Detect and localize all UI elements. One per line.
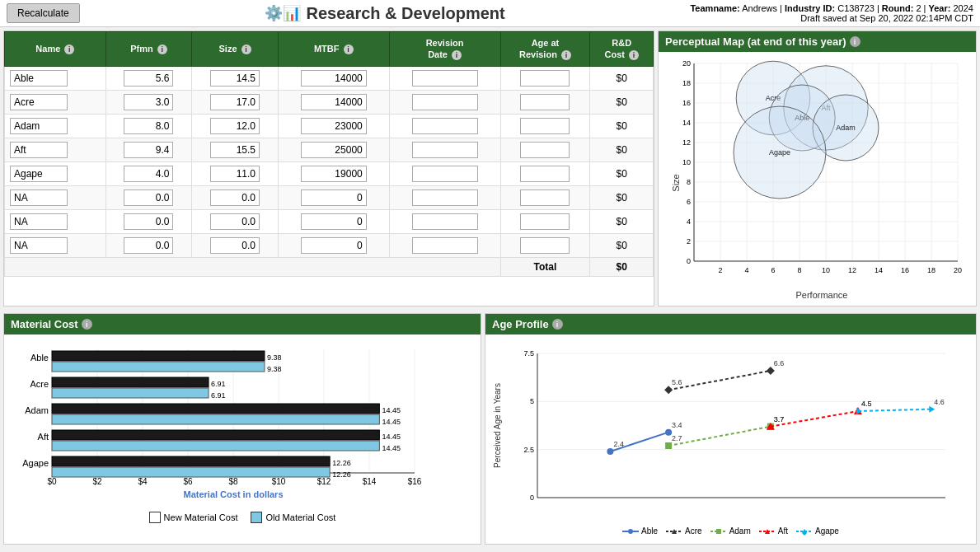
name-input-1[interactable] — [10, 94, 68, 110]
table-row: $0 — [5, 185, 654, 209]
mtbf-input-4[interactable] — [301, 166, 367, 182]
size-input-2[interactable] — [210, 118, 260, 134]
name-input-0[interactable] — [10, 70, 68, 87]
svg-text:Able: Able — [30, 353, 49, 363]
revdate-input-0[interactable] — [412, 70, 478, 87]
pfmn-input-4[interactable] — [124, 166, 173, 182]
ageatrev-input-7[interactable] — [520, 237, 570, 254]
material-cost-info-icon[interactable]: i — [82, 319, 92, 330]
mtbf-input-5[interactable] — [301, 189, 367, 206]
ageatrev-input-4[interactable] — [520, 166, 570, 182]
table-row: $0 — [5, 209, 654, 233]
revdate-input-5[interactable] — [412, 189, 478, 206]
perceptual-map-panel: Perceptual Map (at end of this year) i 2… — [658, 30, 977, 306]
pfmn-info-icon[interactable]: i — [157, 44, 167, 54]
rd-panel: Name i Pfmn i Size i MTBF i RevisionDate… — [3, 30, 654, 306]
svg-rect-98 — [52, 456, 330, 466]
revdate-info-icon[interactable]: i — [452, 50, 462, 60]
mtbf-input-7[interactable] — [301, 237, 367, 254]
row-rdcost-5: $0 — [590, 185, 654, 209]
name-input-5[interactable] — [10, 189, 68, 206]
mtbf-input-1[interactable] — [301, 94, 367, 110]
svg-text:6.91: 6.91 — [211, 380, 226, 388]
mtbf-input-2[interactable] — [301, 118, 367, 134]
svg-text:$2: $2 — [92, 477, 102, 486]
row-ageatrev-6 — [500, 209, 590, 233]
ageatrev-input-2[interactable] — [520, 118, 570, 134]
pfmn-input-0[interactable] — [124, 70, 173, 87]
row-pfmn-1 — [106, 90, 192, 114]
row-rdcost-1: $0 — [590, 90, 654, 114]
table-row: $0 — [5, 233, 654, 257]
revdate-input-3[interactable] — [412, 142, 478, 158]
size-input-4[interactable] — [210, 166, 260, 182]
legend-adam: Adam — [710, 526, 751, 536]
size-input-1[interactable] — [210, 94, 260, 110]
name-input-3[interactable] — [10, 142, 68, 158]
recalculate-button[interactable]: Recalculate — [7, 3, 80, 23]
industry-id-label: Industry ID: C138723 — [785, 3, 874, 13]
svg-rect-84 — [52, 388, 209, 398]
name-input-2[interactable] — [10, 118, 68, 134]
row-revdate-0 — [389, 66, 500, 90]
legend-agape: Agape — [796, 526, 839, 536]
row-pfmn-4 — [106, 161, 192, 185]
svg-text:$6: $6 — [183, 477, 193, 486]
name-input-4[interactable] — [10, 166, 68, 182]
size-info-icon[interactable]: i — [241, 44, 251, 54]
pfmn-input-2[interactable] — [124, 118, 173, 134]
size-input-6[interactable] — [210, 213, 260, 230]
ageatrev-input-3[interactable] — [520, 142, 570, 158]
revdate-input-2[interactable] — [412, 118, 478, 134]
svg-text:18: 18 — [926, 266, 935, 274]
col-size: Size i — [192, 32, 279, 67]
svg-point-113 — [607, 448, 613, 455]
pfmn-input-5[interactable] — [124, 189, 173, 206]
svg-text:16: 16 — [900, 266, 908, 274]
size-input-0[interactable] — [210, 70, 260, 87]
table-row: $0 — [5, 161, 654, 185]
revdate-input-6[interactable] — [412, 213, 478, 230]
row-ageatrev-2 — [500, 114, 590, 138]
svg-text:$10: $10 — [272, 477, 286, 486]
svg-text:$8: $8 — [228, 477, 238, 486]
pfmn-input-1[interactable] — [124, 94, 173, 110]
revdate-input-1[interactable] — [412, 94, 478, 110]
svg-point-115 — [665, 429, 672, 436]
app-title: ⚙️📊 Research & Development — [265, 4, 504, 23]
name-input-6[interactable] — [10, 213, 68, 230]
age-profile-info-icon[interactable]: i — [552, 319, 563, 330]
legend-aft: Aft — [759, 526, 788, 536]
revdate-input-7[interactable] — [412, 237, 478, 254]
row-ageatrev-4 — [500, 161, 590, 185]
pfmn-input-3[interactable] — [124, 142, 173, 158]
perceptual-map-info-icon[interactable]: i — [850, 36, 860, 47]
material-cost-panel: Material Cost i $0$2$4$6$8$10$12$14$16Ma… — [3, 313, 481, 545]
svg-text:2.4: 2.4 — [613, 440, 624, 448]
name-input-7[interactable] — [10, 237, 68, 254]
revdate-input-4[interactable] — [412, 166, 478, 182]
ageatrev-input-0[interactable] — [520, 70, 570, 87]
size-input-3[interactable] — [210, 142, 260, 158]
pfmn-input-7[interactable] — [124, 237, 173, 254]
row-revdate-1 — [389, 90, 500, 114]
pfmn-input-6[interactable] — [124, 213, 173, 230]
row-ageatrev-0 — [500, 66, 590, 90]
ageatrev-input-6[interactable] — [520, 213, 570, 230]
ageatrev-input-5[interactable] — [520, 189, 570, 206]
ageatrev-info-icon[interactable]: i — [561, 50, 571, 60]
size-input-7[interactable] — [210, 237, 260, 254]
mtbf-info-icon[interactable]: i — [344, 44, 354, 54]
row-revdate-5 — [389, 185, 500, 209]
mtbf-input-3[interactable] — [301, 142, 367, 158]
mtbf-input-6[interactable] — [301, 213, 367, 230]
name-info-icon[interactable]: i — [64, 44, 74, 54]
row-revdate-3 — [389, 138, 500, 161]
ageatrev-input-1[interactable] — [520, 94, 570, 110]
size-input-5[interactable] — [210, 189, 260, 206]
row-pfmn-3 — [106, 138, 192, 161]
rdcost-info-icon[interactable]: i — [629, 50, 639, 60]
row-pfmn-0 — [106, 66, 192, 90]
mtbf-input-0[interactable] — [301, 70, 367, 87]
row-mtbf-5 — [278, 185, 389, 209]
